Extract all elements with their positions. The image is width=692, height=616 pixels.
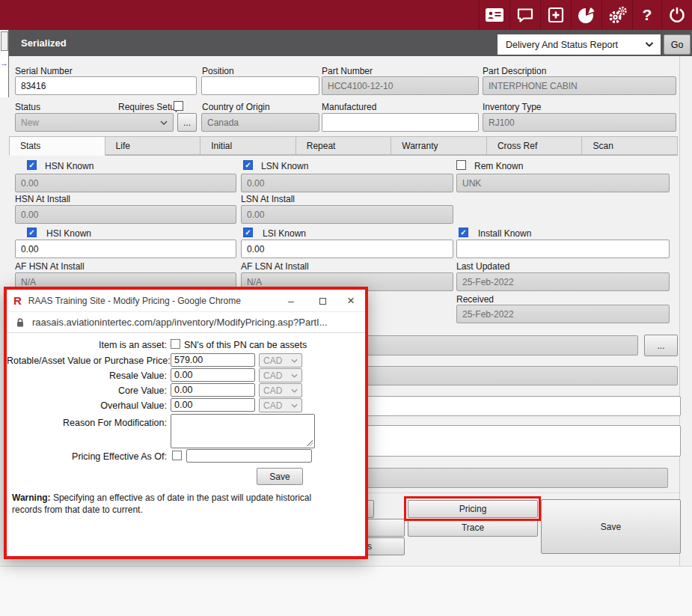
save-button[interactable]: Save [541, 499, 681, 554]
status-lookup-label: ... [183, 118, 191, 128]
chat-icon[interactable] [509, 0, 540, 30]
chevron-down-icon [160, 121, 168, 125]
power-icon[interactable] [661, 0, 692, 30]
warning-bold: Warning: [12, 493, 51, 503]
add-window-icon[interactable] [540, 0, 571, 30]
resale-currency-select: CAD [259, 368, 302, 382]
last-updated-label: Last Updated [456, 261, 509, 272]
hsn-at-install-input [15, 205, 236, 224]
lsn-known-checkbox[interactable]: ✓ [243, 160, 253, 170]
last-updated-input [456, 272, 670, 291]
manufactured-label: Manufactured [322, 102, 376, 112]
resale-input[interactable] [171, 368, 255, 382]
overhaul-input[interactable] [171, 398, 255, 412]
serial-number-label: Serial Number [15, 66, 73, 76]
part-description-label: Part Description [483, 66, 546, 76]
lsn-at-install-label: LSN At Install [241, 194, 295, 204]
warning-body: Specifying an effective as of date in th… [12, 493, 311, 515]
overhaul-currency-select: CAD [259, 398, 302, 412]
tab-warranty[interactable]: Warranty [391, 136, 487, 155]
tab-stats[interactable]: Stats [9, 136, 105, 156]
overhaul-currency-value: CAD [263, 400, 282, 411]
maximize-glyph [319, 298, 326, 305]
add-window-icon-svg [548, 7, 564, 23]
part-number-label: Part Number [322, 66, 373, 76]
requires-setup-checkbox[interactable] [174, 101, 183, 111]
lsn-at-install-input [241, 205, 453, 224]
status-label: Status [15, 102, 40, 112]
tab-bar: Stats Life Initial Repeat Warranty Cross… [9, 136, 678, 156]
rem-known-label: Rem Known [474, 161, 523, 171]
received-input [456, 305, 670, 323]
maximize-button[interactable] [310, 290, 335, 312]
inventory-type-label: Inventory Type [483, 102, 542, 112]
rem-known-input [456, 174, 670, 192]
lsi-known-checkbox[interactable]: ✓ [243, 228, 253, 237]
hsi-known-checkbox[interactable]: ✓ [27, 228, 37, 237]
pie-chart-icon[interactable] [571, 0, 601, 30]
tab-cross-ref[interactable]: Cross Ref [487, 136, 583, 155]
reason-label: Reason For Modification: [7, 418, 167, 428]
lower-lookup-button[interactable]: ... [644, 335, 678, 356]
manufactured-input[interactable] [322, 113, 479, 132]
rem-known-checkbox[interactable] [456, 160, 466, 170]
status-lookup-button[interactable]: ... [177, 113, 197, 132]
trace-button[interactable]: Trace [408, 519, 538, 537]
report-dropdown-value: Delivery And Status Report [506, 40, 618, 50]
asset-checkbox[interactable] [171, 339, 180, 349]
position-label: Position [202, 66, 234, 76]
close-button[interactable]: × [338, 290, 364, 312]
asset-checkbox-text: SN's of this PN can be assets [184, 340, 307, 350]
requires-setup-label: Requires Setup [118, 102, 180, 112]
hsn-at-install-label: HSN At Install [15, 194, 70, 204]
lsi-known-input[interactable] [241, 240, 453, 258]
popup-window-title: RAAS Training Site - Modify Pricing - Go… [28, 296, 241, 306]
lsn-known-input [241, 174, 453, 192]
minimize-button[interactable]: – [278, 290, 304, 312]
tab-life[interactable]: Life [105, 136, 201, 155]
reason-textarea[interactable] [171, 414, 315, 448]
pricing-button[interactable]: Pricing [408, 500, 538, 518]
top-app-bar: ? [0, 0, 692, 30]
go-button[interactable]: Go [664, 34, 691, 55]
tab-initial[interactable]: Initial [200, 136, 296, 155]
report-dropdown[interactable]: Delivery And Status Report [497, 34, 661, 55]
position-input[interactable] [201, 76, 319, 95]
effective-label: Pricing Effective As Of: [7, 451, 167, 462]
sidebar-expand-arrow[interactable]: → [0, 58, 8, 67]
rotable-input[interactable] [171, 353, 255, 367]
settings-gears-icon[interactable] [601, 0, 632, 30]
chevron-down-icon [645, 42, 654, 47]
tab-scan[interactable]: Scan [582, 136, 678, 155]
af-hsn-at-install-label: AF HSN At Install [15, 261, 85, 272]
rotable-currency-value: CAD [263, 356, 282, 366]
part-number-input [322, 76, 479, 95]
hsn-known-checkbox[interactable]: ✓ [27, 160, 37, 170]
help-icon[interactable]: ? [632, 0, 661, 30]
resize-grip-icon[interactable] [306, 439, 313, 446]
minimize-glyph: – [288, 295, 294, 307]
modify-pricing-window: R RAAS Training Site - Modify Pricing - … [7, 290, 365, 556]
page: ? Serialized Delivery And Status Report … [0, 0, 692, 616]
lock-icon [16, 317, 25, 328]
effective-date-input[interactable] [186, 449, 312, 463]
inventory-type-input [483, 113, 676, 132]
install-known-checkbox[interactable]: ✓ [459, 228, 468, 237]
page-footer-area [0, 566, 692, 616]
chevron-down-icon [291, 403, 298, 408]
tab-repeat[interactable]: Repeat [296, 136, 392, 155]
popup-save-button[interactable]: Save [257, 468, 303, 485]
install-known-input[interactable] [456, 240, 670, 258]
core-input[interactable] [171, 383, 255, 397]
contact-card-icon[interactable] [479, 0, 509, 30]
hsi-known-input[interactable] [15, 240, 236, 258]
chevron-down-icon [291, 373, 298, 378]
serial-number-input[interactable] [15, 76, 197, 95]
effective-checkbox[interactable] [172, 451, 182, 460]
power-icon-svg [669, 7, 685, 23]
lsn-known-label: LSN Known [261, 161, 308, 171]
sidebar-collapsed-tab[interactable] [1, 31, 8, 51]
core-label: Core Value: [7, 385, 167, 396]
chevron-down-icon [291, 359, 298, 363]
popup-save-label: Save [269, 472, 290, 482]
